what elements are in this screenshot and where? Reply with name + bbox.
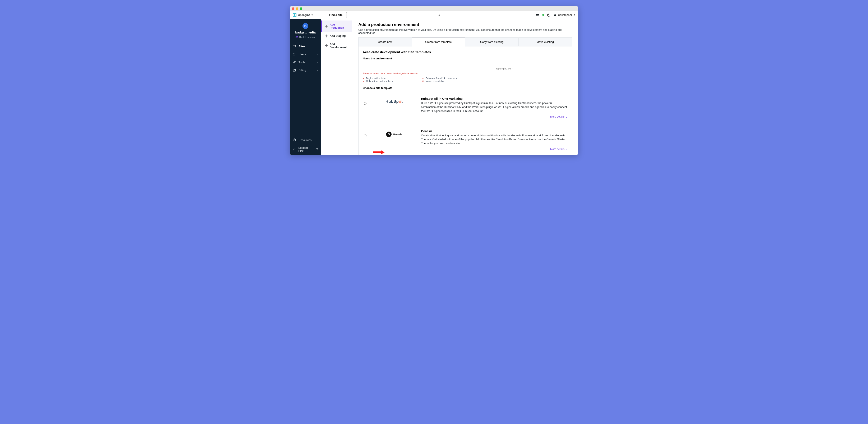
tab-move-existing[interactable]: Move existing bbox=[519, 37, 572, 47]
refresh-icon[interactable] bbox=[315, 148, 318, 151]
creation-tabs: Create new Create from template Copy fro… bbox=[358, 37, 572, 47]
svg-point-0 bbox=[438, 14, 440, 16]
topbar: wpengine® Find a site Christopher ▼ bbox=[290, 11, 578, 19]
plus-icon: ➕ bbox=[325, 34, 328, 37]
nav-tools[interactable]: Tools ⌄ bbox=[290, 58, 321, 66]
users-icon bbox=[293, 53, 296, 56]
template-logo-genesis: GGenesis bbox=[372, 129, 416, 137]
brand-icon bbox=[293, 13, 297, 17]
sidebar: B badgettmedia Switch account Sites User… bbox=[290, 19, 321, 155]
env-name-input[interactable] bbox=[363, 66, 493, 71]
rule-item: ✕Only letters and numbers bbox=[363, 80, 393, 83]
name-env-label: Name the environment bbox=[363, 57, 567, 60]
site-search bbox=[346, 12, 442, 18]
user-menu[interactable]: Christopher ▼ bbox=[553, 13, 575, 17]
env-name-row: .wpengine.com bbox=[363, 66, 515, 71]
template-description: Build a WP Engine site powered by HubSpo… bbox=[421, 101, 567, 113]
nav-billing[interactable]: Billing ⌄ bbox=[290, 66, 321, 74]
switch-icon bbox=[296, 36, 298, 38]
subnav-add-production[interactable]: ➕ Add Production bbox=[321, 21, 352, 32]
rule-item: ✕Name is available bbox=[422, 80, 457, 83]
chevron-down-icon: ⌄ bbox=[565, 148, 567, 151]
plus-icon: ➕ bbox=[325, 25, 328, 28]
find-site-label: Find a site bbox=[329, 13, 342, 17]
subnav-add-development[interactable]: ➕ Add Development bbox=[321, 40, 352, 51]
rule-item: ✕Between 3 and 14 characters bbox=[422, 77, 457, 80]
template-option-genesis[interactable]: GGenesis Genesis Create sites that look … bbox=[363, 124, 567, 155]
chevron-down-icon: ▼ bbox=[573, 14, 575, 16]
svg-point-7 bbox=[294, 53, 295, 54]
chevron-down-icon: ⌄ bbox=[565, 115, 567, 118]
chat-icon[interactable] bbox=[536, 13, 539, 17]
window-titlebar bbox=[290, 6, 578, 11]
chevron-down-icon: ⌄ bbox=[316, 61, 318, 64]
body: B badgettmedia Switch account Sites User… bbox=[290, 19, 578, 155]
search-input[interactable] bbox=[346, 12, 442, 18]
page-description: Use a production environment as the live… bbox=[358, 28, 572, 34]
brand-name: wpengine bbox=[298, 13, 310, 17]
page-title: Add a production environment bbox=[358, 22, 572, 27]
tools-icon bbox=[293, 60, 296, 64]
template-option-hubspot[interactable]: HubSpòt HubSpot All-in-One Marketing Bui… bbox=[363, 92, 567, 124]
nav-support-pin[interactable]: Support PIN: bbox=[290, 144, 321, 155]
main-content: Add a production environment Use a produ… bbox=[352, 19, 578, 155]
x-icon: ✕ bbox=[363, 80, 364, 83]
x-icon: ✕ bbox=[363, 77, 364, 80]
svg-point-13 bbox=[293, 149, 294, 150]
svg-point-3 bbox=[554, 14, 555, 15]
search-icon[interactable] bbox=[437, 13, 441, 17]
env-name-note: The environment name cannot be changed a… bbox=[363, 72, 567, 75]
more-details-link[interactable]: More details ⌄ bbox=[550, 115, 567, 118]
help-icon bbox=[293, 138, 296, 142]
template-radio[interactable] bbox=[364, 102, 367, 105]
plus-icon: ➕ bbox=[325, 44, 328, 47]
template-radio[interactable] bbox=[364, 134, 367, 137]
main-nav: Sites Users ⌄ Tools ⌄ Billing ⌄ bbox=[290, 42, 321, 74]
subnav-add-staging[interactable]: ➕ Add Staging bbox=[321, 32, 352, 40]
tab-create-from-template[interactable]: Create from template bbox=[412, 37, 465, 47]
choose-template-label: Choose a site template bbox=[363, 86, 567, 90]
template-description: Create sites that look great and perform… bbox=[421, 134, 567, 146]
status-indicator-icon bbox=[542, 14, 544, 16]
window-close-button[interactable] bbox=[292, 7, 294, 10]
billing-icon bbox=[293, 68, 296, 72]
validation-rules: ✕Begins with a letter ✕Only letters and … bbox=[363, 77, 567, 83]
brand-logo[interactable]: wpengine® bbox=[293, 13, 313, 17]
rule-item: ✕Begins with a letter bbox=[363, 77, 393, 80]
chevron-down-icon: ⌄ bbox=[316, 53, 318, 56]
tab-copy-existing[interactable]: Copy from existing bbox=[465, 37, 519, 47]
nav-footer: Resources Support PIN: bbox=[290, 136, 321, 155]
tab-create-new[interactable]: Create new bbox=[358, 37, 412, 47]
template-panel: Accelerate development with Site Templat… bbox=[358, 47, 572, 155]
key-icon bbox=[293, 148, 296, 151]
avatar-icon bbox=[553, 13, 557, 17]
nav-resources[interactable]: Resources bbox=[290, 136, 321, 144]
window-minimize-button[interactable] bbox=[296, 7, 298, 10]
template-logo-hubspot: HubSpòt bbox=[372, 97, 416, 104]
panel-title: Accelerate development with Site Templat… bbox=[363, 50, 567, 54]
svg-rect-4 bbox=[293, 45, 296, 47]
topbar-right: Christopher ▼ bbox=[536, 13, 575, 17]
environment-subnav: ➕ Add Production ➕ Add Staging ➕ Add Dev… bbox=[321, 19, 352, 155]
org-avatar[interactable]: B bbox=[303, 23, 308, 29]
switch-account[interactable]: Switch account bbox=[290, 36, 320, 38]
org-name: badgettmedia bbox=[290, 31, 320, 34]
help-icon[interactable] bbox=[547, 13, 551, 17]
sites-icon bbox=[293, 44, 296, 48]
user-name: Christopher bbox=[558, 13, 572, 17]
more-details-link[interactable]: More details ⌄ bbox=[550, 148, 567, 151]
template-name: Genesis bbox=[421, 129, 567, 133]
app-window: wpengine® Find a site Christopher ▼ bbox=[290, 6, 578, 155]
domain-suffix: .wpengine.com bbox=[493, 66, 515, 71]
svg-line-1 bbox=[440, 16, 440, 16]
org-block: B badgettmedia Switch account bbox=[290, 21, 321, 41]
window-maximize-button[interactable] bbox=[300, 7, 302, 10]
template-name: HubSpot All-in-One Marketing bbox=[421, 97, 567, 100]
x-icon: ✕ bbox=[422, 77, 424, 80]
nav-sites[interactable]: Sites bbox=[290, 42, 321, 50]
svg-point-6 bbox=[293, 53, 294, 54]
nav-users[interactable]: Users ⌄ bbox=[290, 50, 321, 58]
chevron-down-icon: ⌄ bbox=[316, 69, 318, 71]
x-icon: ✕ bbox=[422, 80, 424, 83]
